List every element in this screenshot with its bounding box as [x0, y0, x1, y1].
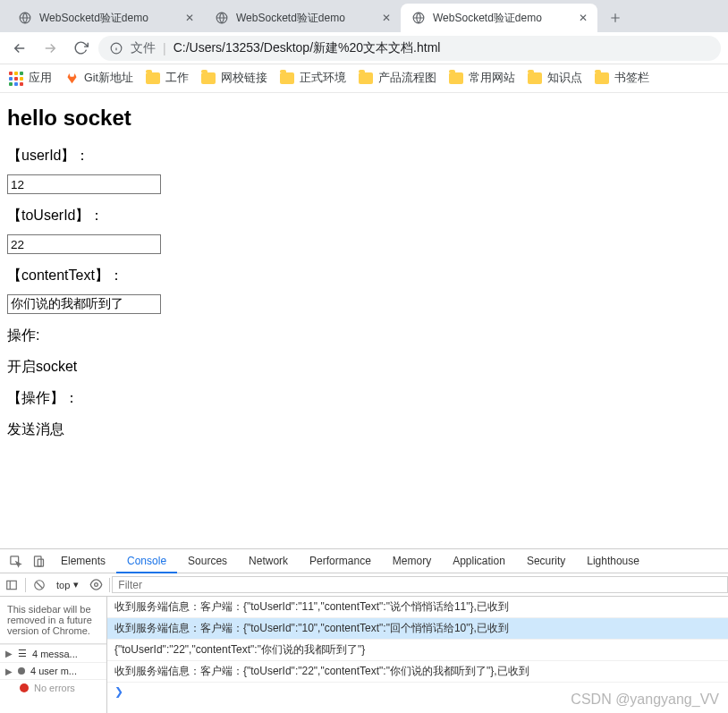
devtools-tab-security[interactable]: Security — [516, 549, 576, 573]
folder-icon — [449, 72, 463, 84]
sidebar-user-row[interactable]: ▶ 4 user m... — [0, 662, 106, 679]
context-selector[interactable]: top ▾ — [51, 579, 84, 590]
devtools-tab-network[interactable]: Network — [238, 549, 299, 573]
devtools-tabbar: Elements Console Sources Network Perform… — [0, 549, 728, 573]
bookmark-label: 正式环境 — [300, 71, 346, 86]
bookmark-bar: 应用 Git新地址 工作 网校链接 正式环境 产品流程图 常用网站 知识点 书签… — [0, 64, 728, 93]
console-toolbar: top ▾ — [0, 573, 728, 597]
ops2-label: 【操作】： — [7, 389, 721, 408]
inspect-element-icon[interactable] — [4, 549, 27, 573]
close-icon[interactable]: ✕ — [182, 11, 197, 25]
devtools-tab-performance[interactable]: Performance — [299, 549, 382, 573]
url-separator: | — [163, 41, 166, 55]
apps-shortcut[interactable]: 应用 — [9, 71, 52, 86]
chevron-right-icon: ▶ — [5, 666, 13, 676]
console-line: 收到服务端信息：客户端：{"toUserId":"22","contentTex… — [107, 661, 728, 683]
contenttext-label: 【contentText】： — [7, 267, 721, 285]
sidebar-messages-row[interactable]: ▶ ☰ 4 messa... — [0, 644, 106, 662]
clear-console-icon[interactable] — [28, 579, 51, 591]
console-body: This sidebar will be removed in a future… — [0, 597, 728, 713]
new-tab-button[interactable] — [603, 5, 628, 30]
console-output[interactable]: 收到服务端信息：客户端：{"toUserId":"11","contentTex… — [107, 597, 728, 713]
console-sidebar: This sidebar will be removed in a future… — [0, 597, 107, 713]
bookmark-folder-5[interactable]: 知识点 — [528, 71, 582, 86]
bookmark-folder-2[interactable]: 正式环境 — [280, 71, 346, 86]
url-text: C:/Users/13253/Desktop/新建%20文本文档.html — [174, 40, 441, 56]
svg-point-9 — [94, 583, 97, 587]
sidebar-errors-row[interactable]: No errors — [0, 679, 106, 696]
bookmark-label: Git新地址 — [84, 71, 133, 86]
apps-label: 应用 — [29, 71, 52, 86]
bookmark-label: 工作 — [165, 71, 189, 86]
reload-button[interactable] — [68, 36, 93, 61]
sidebar-toggle-icon[interactable] — [0, 579, 23, 591]
url-omnibox[interactable]: 文件 | C:/Users/13253/Desktop/新建%20文本文档.ht… — [98, 36, 721, 61]
send-message-button[interactable]: 发送消息 — [7, 420, 721, 439]
console-line: 收到服务端信息：客户端：{"toUserId":"10","contentTex… — [107, 618, 728, 640]
browser-tab-1[interactable]: WebSocketd验证demo ✕ — [204, 4, 401, 32]
folder-icon — [201, 72, 216, 84]
chevron-right-icon: ▶ — [5, 649, 13, 658]
console-line: 收到服务端信息：客户端：{"toUserId":"11","contentTex… — [107, 597, 728, 618]
userid-input[interactable] — [7, 174, 161, 194]
devtools-tab-elements[interactable]: Elements — [50, 549, 116, 573]
console-line: {"toUserId":"22","contentText":"你们说的我都听到… — [107, 640, 728, 661]
touserid-input[interactable] — [7, 234, 161, 254]
tab-title: WebSocketd验证demo — [236, 11, 374, 26]
devtools-tab-console[interactable]: Console — [116, 549, 177, 573]
folder-icon — [595, 72, 609, 84]
globe-icon — [215, 11, 229, 25]
page-heading: hello socket — [7, 106, 721, 131]
bars-icon: ☰ — [18, 648, 27, 659]
dot-icon — [18, 667, 25, 675]
row-label: No errors — [34, 683, 75, 693]
chevron-down-icon: ▾ — [73, 579, 79, 590]
folder-icon — [280, 72, 294, 84]
bookmark-label: 知识点 — [547, 71, 582, 86]
info-icon[interactable] — [109, 41, 123, 55]
console-filter-input[interactable] — [112, 576, 728, 593]
bookmark-folder-0[interactable]: 工作 — [146, 71, 189, 86]
devtools-tab-memory[interactable]: Memory — [382, 549, 442, 573]
live-expression-icon[interactable] — [84, 578, 107, 591]
globe-icon — [411, 11, 426, 25]
bookmark-folder-4[interactable]: 常用网站 — [449, 71, 515, 86]
bookmark-label: 书签栏 — [614, 71, 649, 86]
back-button[interactable] — [7, 36, 32, 61]
folder-icon — [146, 72, 160, 84]
tab-title: WebSocketd验证demo — [39, 11, 177, 26]
browser-tab-2[interactable]: WebSocketd验证demo ✕ — [401, 4, 597, 32]
folder-icon — [359, 72, 373, 84]
sidebar-note: This sidebar will be removed in a future… — [0, 597, 106, 644]
bookmark-gitlab[interactable]: Git新地址 — [64, 71, 133, 86]
browser-tab-0[interactable]: WebSocketd验证demo ✕ — [7, 4, 204, 32]
globe-icon — [18, 11, 32, 25]
devtools-panel: Elements Console Sources Network Perform… — [0, 548, 728, 713]
bookmark-folder-3[interactable]: 产品流程图 — [359, 71, 436, 86]
ops-label: 操作: — [7, 327, 721, 345]
bookmark-label: 产品流程图 — [378, 71, 436, 86]
close-icon[interactable]: ✕ — [576, 11, 590, 25]
folder-icon — [528, 72, 542, 84]
console-prompt[interactable]: ❯ — [107, 683, 728, 700]
gitlab-icon — [64, 72, 79, 86]
bookmark-label: 网校链接 — [221, 71, 267, 86]
open-socket-button[interactable]: 开启socket — [7, 358, 721, 377]
devtools-tab-lighthouse[interactable]: Lighthouse — [576, 549, 650, 573]
tab-title: WebSocketd验证demo — [433, 11, 571, 26]
close-icon[interactable]: ✕ — [379, 11, 394, 25]
touserid-label: 【toUserId】： — [7, 207, 721, 225]
address-bar: 文件 | C:/Users/13253/Desktop/新建%20文本文档.ht… — [0, 32, 728, 64]
apps-icon — [9, 72, 23, 86]
devtools-tab-sources[interactable]: Sources — [177, 549, 238, 573]
forward-button[interactable] — [38, 36, 63, 61]
url-scheme: 文件 — [131, 40, 156, 56]
contenttext-input[interactable] — [7, 294, 161, 314]
row-label: 4 user m... — [30, 666, 77, 676]
browser-tabstrip: WebSocketd验证demo ✕ WebSocketd验证demo ✕ We… — [0, 0, 728, 32]
devtools-tab-application[interactable]: Application — [442, 549, 516, 573]
bookmark-folder-6[interactable]: 书签栏 — [595, 71, 649, 86]
device-toolbar-icon[interactable] — [27, 549, 50, 573]
bookmark-folder-1[interactable]: 网校链接 — [201, 71, 267, 86]
bookmark-label: 常用网站 — [469, 71, 515, 86]
